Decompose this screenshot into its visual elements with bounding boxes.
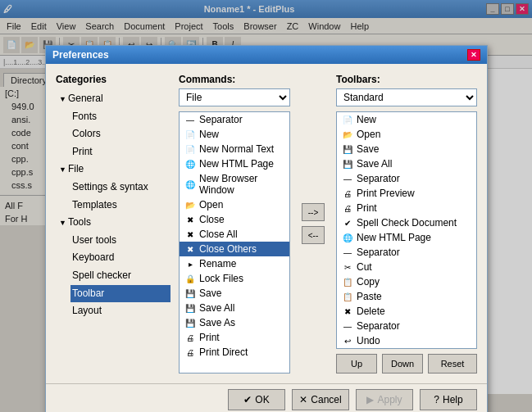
toolbar-item-label: Delete (357, 306, 385, 317)
command-item-icon: 🖨 (184, 332, 196, 343)
cat-general-children: Fonts Colors Print (70, 108, 171, 161)
help-btn[interactable]: ? Help (420, 389, 477, 410)
toolbars-dropdown[interactable]: Standard (336, 88, 477, 106)
command-item-icon: — (184, 114, 196, 125)
move-left-btn[interactable]: <-- (302, 226, 325, 244)
toolbar-item[interactable]: ✖Delete (337, 304, 476, 319)
toolbar-item[interactable]: 📄New (337, 112, 476, 127)
toolbar-item[interactable]: ✔Spell Check Document (337, 215, 476, 230)
apply-label: Apply (377, 394, 402, 405)
cat-user-tools[interactable]: User tools (70, 232, 171, 250)
toolbar-item[interactable]: 📂Open (337, 127, 476, 142)
cat-fonts[interactable]: Fonts (70, 108, 171, 126)
toolbar-item-icon: 🖨 (342, 188, 353, 199)
commands-item[interactable]: 🖨Print Direct (180, 345, 289, 360)
toolbar-item-label: Separator (357, 247, 400, 258)
commands-item[interactable]: ✖Close All (180, 227, 289, 242)
command-item-icon: ▸ (184, 258, 196, 269)
toolbar-item-icon: ✔ (342, 217, 353, 229)
commands-item[interactable]: ✖Close (180, 212, 289, 227)
toolbar-item-icon: 📂 (342, 129, 353, 140)
toolbar-item-icon: 💾 (342, 143, 353, 155)
down-btn[interactable]: Down (382, 354, 423, 374)
ok-btn[interactable]: ✔ OK (228, 389, 285, 410)
help-label: Help (443, 394, 463, 405)
toolbar-item-icon: 📋 (342, 276, 353, 287)
cat-general-toggle[interactable]: ▼ General (59, 90, 171, 108)
command-item-icon: 📂 (184, 199, 196, 211)
toolbar-item-label: Copy (357, 276, 380, 287)
toolbar-item-icon: 🖨 (342, 202, 353, 214)
toolbar-item[interactable]: 🖨Print Preview (337, 186, 476, 201)
command-item-icon: 📄 (184, 143, 196, 155)
commands-dropdown[interactable]: File (179, 88, 290, 106)
cat-settings-syntax[interactable]: Settings & syntax (70, 179, 171, 197)
toolbars-panel: Toolbars: Standard 📄New📂Open💾Save💾Save A… (336, 74, 477, 374)
reset-btn[interactable]: Reset (428, 354, 477, 374)
toolbar-item[interactable]: ✂Cut (337, 260, 476, 274)
cat-templates[interactable]: Templates (70, 197, 171, 215)
commands-item[interactable]: —Separator (180, 112, 289, 127)
commands-item[interactable]: 📄New Normal Text (180, 142, 289, 156)
commands-item[interactable]: 🌐New HTML Page (180, 156, 289, 171)
toolbars-list[interactable]: 📄New📂Open💾Save💾Save All—Separator🖨Print … (336, 111, 477, 349)
commands-item[interactable]: 🔒Lock Files (180, 271, 289, 286)
toolbar-item-label: New HTML Page (357, 232, 431, 243)
commands-list[interactable]: —Separator📄New📄New Normal Text🌐New HTML … (179, 111, 290, 374)
command-item-icon: 💾 (184, 287, 196, 299)
toolbar-item[interactable]: 📋Copy (337, 274, 476, 289)
cat-layout[interactable]: Layout (70, 302, 171, 320)
preferences-dialog: Preferences ✕ Categories ▼ General Fonts… (45, 45, 488, 412)
toolbar-item-icon: 📋 (342, 291, 353, 302)
toolbar-item[interactable]: —Separator (337, 171, 476, 186)
commands-item[interactable]: 💾Save As (180, 315, 289, 330)
tools-arrow: ▼ (59, 216, 66, 229)
cat-spell-checker[interactable]: Spell checker (70, 267, 171, 285)
cat-toolbar[interactable]: Toolbar (70, 285, 171, 303)
command-item-label: Save (199, 287, 221, 299)
commands-item[interactable]: ▸Rename (180, 256, 289, 271)
cat-group-general: ▼ General Fonts Colors Print (59, 90, 171, 161)
command-item-label: Lock Files (199, 273, 243, 284)
commands-item[interactable]: 💾Save (180, 286, 289, 301)
commands-item[interactable]: 🖨Print (180, 330, 289, 345)
toolbar-item-label: Print (357, 202, 377, 214)
apply-btn[interactable]: ▶ Apply (356, 389, 413, 410)
cat-file-toggle[interactable]: ▼ File (59, 161, 171, 179)
toolbar-item[interactable]: —Separator (337, 319, 476, 333)
cat-print[interactable]: Print (70, 143, 171, 161)
toolbar-item-icon: ✖ (342, 306, 353, 317)
commands-item[interactable]: 📄New (180, 127, 289, 142)
cancel-label: Cancel (311, 394, 341, 405)
toolbar-item-label: Paste (357, 291, 382, 302)
commands-item[interactable]: 💾Save All (180, 301, 289, 315)
cancel-btn[interactable]: ✕ Cancel (292, 389, 349, 410)
toolbar-item[interactable]: 🖨Print (337, 201, 476, 215)
command-item-label: Close All (199, 229, 238, 240)
toolbar-management-btns: Up Down Reset (336, 354, 477, 374)
dialog-body: Categories ▼ General Fonts Colors Print (46, 64, 487, 383)
cat-tools-toggle[interactable]: ▼ Tools (59, 214, 171, 232)
ok-label: OK (255, 394, 269, 405)
up-btn[interactable]: Up (336, 354, 377, 374)
move-right-btn[interactable]: --> (302, 203, 325, 221)
command-item-label: Rename (199, 258, 236, 269)
dialog-title: Preferences (52, 49, 109, 61)
categories-panel: Categories ▼ General Fonts Colors Print (56, 74, 171, 374)
toolbar-item[interactable]: ↩Undo (337, 333, 476, 348)
cancel-x-icon: ✕ (299, 394, 307, 405)
cat-colors[interactable]: Colors (70, 125, 171, 143)
command-item-label: Save All (199, 302, 234, 314)
dialog-close-btn[interactable]: ✕ (467, 49, 480, 61)
commands-item[interactable]: ✖Close Others (180, 242, 289, 256)
command-item-label: New Normal Text (199, 143, 274, 155)
cat-keyboard[interactable]: Keyboard (70, 249, 171, 267)
toolbar-item[interactable]: —Separator (337, 245, 476, 260)
toolbar-item[interactable]: 💾Save All (337, 156, 476, 171)
toolbar-item[interactable]: 💾Save (337, 142, 476, 156)
commands-item[interactable]: 🌐New Browser Window (180, 171, 289, 197)
toolbar-item[interactable]: 🌐New HTML Page (337, 230, 476, 245)
toolbar-item[interactable]: 📋Paste (337, 289, 476, 304)
command-item-label: New (199, 129, 219, 140)
commands-item[interactable]: 📂Open (180, 197, 289, 212)
